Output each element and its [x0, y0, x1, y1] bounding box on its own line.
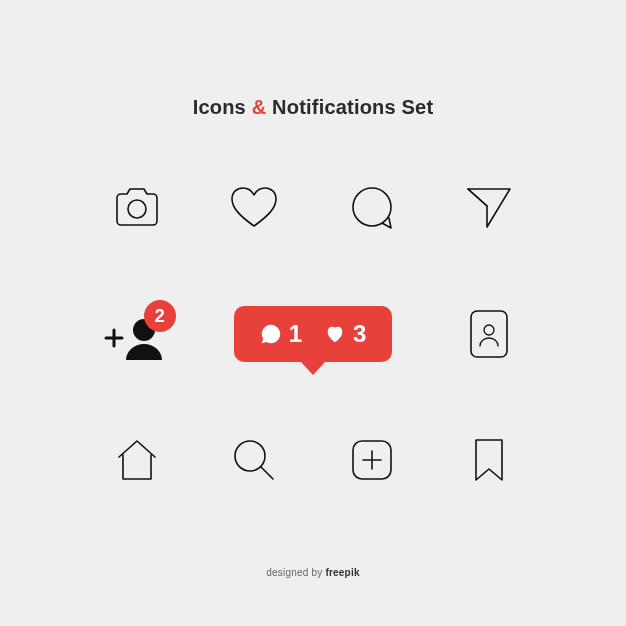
svg-rect-5	[471, 311, 507, 357]
add-post-icon	[313, 424, 431, 496]
add-follower-notification: 2	[78, 286, 196, 382]
comment-filled-icon	[260, 323, 282, 345]
svg-line-8	[261, 467, 273, 479]
camera-icon	[78, 172, 196, 244]
bubble-comments: 1	[260, 320, 302, 348]
title-part2: Notifications Set	[272, 96, 433, 118]
credit-prefix: designed by	[266, 567, 325, 578]
credit-brand: freepik	[325, 567, 359, 578]
home-icon	[78, 424, 196, 496]
comment-icon	[313, 172, 431, 244]
title-ampersand: &	[252, 96, 267, 118]
bubble-likes-count: 3	[353, 320, 366, 348]
title-part1: Icons	[193, 96, 246, 118]
svg-line-1	[468, 189, 487, 206]
page-title: Icons & Notifications Set	[0, 0, 626, 119]
bubble-comments-count: 1	[289, 320, 302, 348]
search-icon	[196, 424, 314, 496]
bookmark-icon	[431, 424, 549, 496]
svg-point-6	[484, 325, 494, 335]
svg-point-0	[128, 200, 146, 218]
icon-grid: 2 1 3	[78, 172, 548, 496]
activity-bubble-notification: 1 3	[196, 286, 431, 382]
heart-filled-icon	[324, 323, 346, 345]
follower-count-badge: 2	[144, 300, 176, 332]
credit-line: designed by freepik	[0, 567, 626, 578]
bubble-likes: 3	[324, 320, 366, 348]
heart-icon	[196, 172, 314, 244]
send-icon	[431, 172, 549, 244]
contact-card-icon	[431, 286, 549, 382]
